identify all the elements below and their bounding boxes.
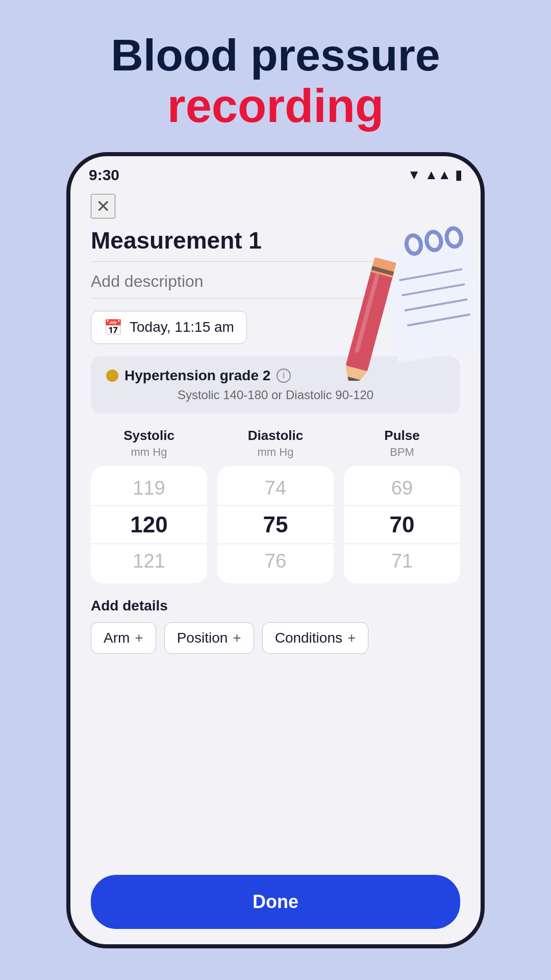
systolic-picker[interactable]: 119 120 121 <box>91 466 207 583</box>
info-icon[interactable]: i <box>277 369 291 383</box>
date-button[interactable]: 📅 Today, 11:15 am <box>91 311 247 344</box>
diastolic-value-below: 76 <box>217 544 334 578</box>
calendar-icon: 📅 <box>104 318 122 336</box>
diastolic-value-selected: 75 <box>217 505 334 544</box>
hypertension-label: Hypertension grade 2 <box>124 368 270 384</box>
systolic-unit: mm Hg <box>131 446 167 459</box>
pulse-value-above: 69 <box>344 471 460 505</box>
close-button[interactable]: ✕ <box>91 194 115 218</box>
arm-chip[interactable]: Arm + <box>91 622 156 654</box>
arm-chip-label: Arm <box>104 630 130 646</box>
pulse-column: Pulse BPM 69 70 71 <box>344 428 460 583</box>
diastolic-label: Diastolic <box>248 428 303 444</box>
pulse-picker[interactable]: 69 70 71 <box>344 466 460 583</box>
hypertension-dot <box>106 370 118 382</box>
position-chip-plus-icon: + <box>233 630 241 646</box>
systolic-column: Systolic mm Hg 119 120 121 <box>91 428 207 583</box>
title-line2: recording <box>111 80 440 132</box>
close-icon: ✕ <box>96 198 110 215</box>
hypertension-row: Hypertension grade 2 i <box>106 368 445 384</box>
description-input[interactable] <box>91 272 460 299</box>
hypertension-banner: Hypertension grade 2 i Systolic 140-180 … <box>91 356 460 413</box>
pulse-value-selected: 70 <box>344 505 460 544</box>
app-content: ✕ Measurement 1 📅 Today, 11:15 am Hypert… <box>70 189 481 875</box>
battery-icon: ▮ <box>455 167 462 183</box>
systolic-value-selected: 120 <box>91 505 207 544</box>
diastolic-picker[interactable]: 74 75 76 <box>217 466 334 583</box>
date-label: Today, 11:15 am <box>130 319 234 335</box>
page-title: Blood pressure recording <box>111 31 440 132</box>
position-chip-label: Position <box>177 630 228 646</box>
pulse-label: Pulse <box>384 428 419 444</box>
status-time: 9:30 <box>89 166 119 184</box>
title-line1: Blood pressure <box>111 31 440 80</box>
details-chips-row: Arm + Position + Conditions + <box>91 622 460 654</box>
diastolic-value-above: 74 <box>217 471 334 505</box>
done-button[interactable]: Done <box>91 875 460 929</box>
measurement-title: Measurement 1 <box>91 227 460 262</box>
phone-frame: 9:30 ▼ ▲▲ ▮ ✕ Measurement 1 📅 Today, 11:… <box>66 152 485 948</box>
status-bar: 9:30 ▼ ▲▲ ▮ <box>70 156 481 189</box>
pulse-value-below: 71 <box>344 544 460 578</box>
conditions-chip-label: Conditions <box>275 630 342 646</box>
wifi-icon: ▼ <box>408 167 421 183</box>
systolic-label: Systolic <box>123 428 174 444</box>
signal-icon: ▲▲ <box>425 167 451 183</box>
systolic-value-below: 121 <box>91 544 207 578</box>
measurements-row: Systolic mm Hg 119 120 121 Diastolic mm … <box>91 428 460 583</box>
diastolic-unit: mm Hg <box>258 446 294 459</box>
systolic-value-above: 119 <box>91 471 207 505</box>
hypertension-description: Systolic 140-180 or Diastolic 90-120 <box>106 388 445 402</box>
arm-chip-plus-icon: + <box>135 630 143 646</box>
status-icons: ▼ ▲▲ ▮ <box>408 167 462 183</box>
diastolic-column: Diastolic mm Hg 74 75 76 <box>217 428 334 583</box>
add-details-label: Add details <box>91 598 460 614</box>
conditions-chip[interactable]: Conditions + <box>262 622 369 654</box>
pulse-unit: BPM <box>390 446 414 459</box>
position-chip[interactable]: Position + <box>164 622 254 654</box>
conditions-chip-plus-icon: + <box>347 630 356 646</box>
